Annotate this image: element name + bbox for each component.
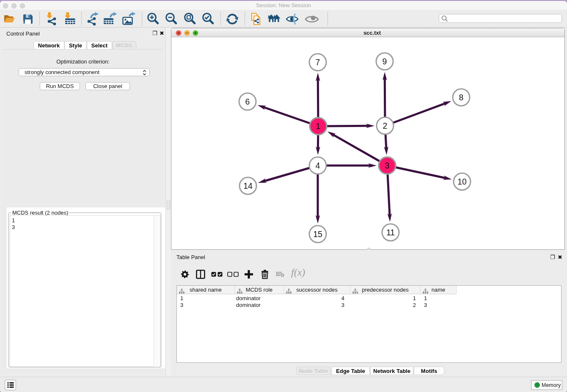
svg-text:7: 7 bbox=[316, 58, 320, 67]
svg-text:2: 2 bbox=[383, 121, 388, 130]
svg-text:10: 10 bbox=[457, 177, 467, 186]
svg-text:3: 3 bbox=[385, 161, 390, 170]
svg-text:14: 14 bbox=[243, 181, 253, 190]
svg-text:9: 9 bbox=[383, 57, 387, 66]
svg-text:1: 1 bbox=[316, 121, 321, 131]
svg-text:4: 4 bbox=[316, 161, 320, 170]
svg-text:15: 15 bbox=[313, 229, 322, 239]
svg-text:11: 11 bbox=[386, 228, 395, 237]
svg-text:8: 8 bbox=[459, 93, 464, 102]
svg-text:6: 6 bbox=[245, 97, 250, 106]
